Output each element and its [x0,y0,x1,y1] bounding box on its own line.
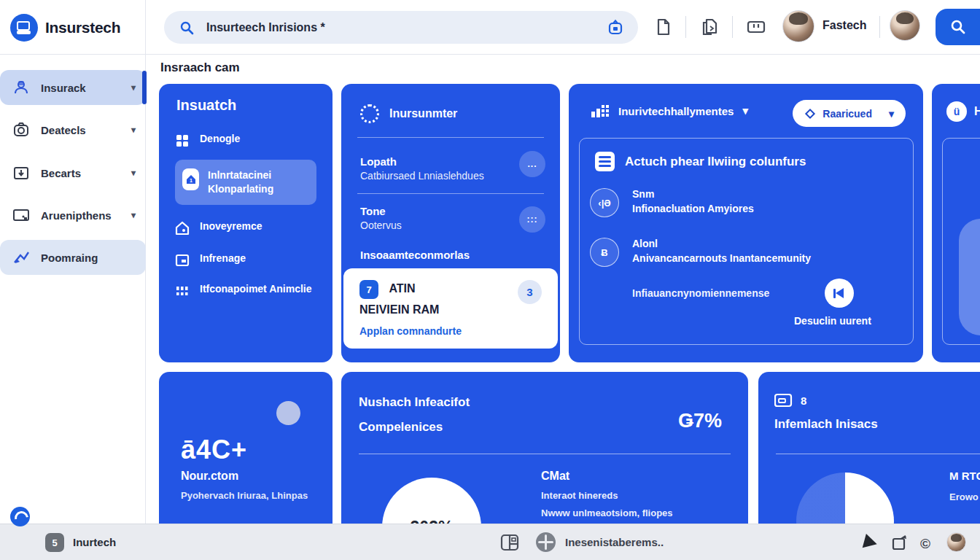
item-title: Snm [632,188,754,200]
gauge-col-title: CMat [541,470,569,483]
user-avatar[interactable] [782,10,814,42]
secondary-avatar[interactable] [890,10,920,41]
search-icon [176,17,198,39]
tasks-card-header: Inursunmter [360,104,457,123]
window-grid-icon[interactable] [499,532,520,553]
sidebar: Insurack ▾ Deatecls ▾ Becarts ▾ Aruenipt… [0,55,146,524]
nav-item-klonparlating[interactable]: 1 Inlnrtatacinei Klonparlating [175,160,316,205]
floating-chat-button[interactable] [10,507,30,526]
sidebar-item-label: Deatecls [41,124,86,136]
document-icon[interactable] [652,16,674,38]
divider [357,137,544,138]
camera-icon [12,120,31,139]
sidebar-item-aruenipthens[interactable]: Aruenipthens ▾ [0,198,146,232]
stat-subtitle: Pyohervach Iriuraa, Lhinpas [181,490,308,501]
chevron-down-icon: ▾ [889,108,894,120]
copyright-icon[interactable]: © [920,536,930,552]
share-window-icon[interactable] [891,534,909,552]
nav-item-label: Itfconapoimet Animclie [200,282,312,296]
download-box-icon [12,163,31,182]
taskbar-app-icon[interactable]: 5 [45,533,64,552]
task-row[interactable]: Tone Ootervus [360,205,402,231]
sidebar-item-deatecls[interactable]: Deatecls ▾ [0,113,146,147]
global-search[interactable] [164,11,638,44]
nav-item-inoveyremce[interactable]: Inoveyremce [174,219,318,237]
edge-card-title: H [974,105,980,118]
task-subtitle: Ootervus [360,219,402,231]
more-button[interactable]: ::: [519,206,545,233]
chevron-down-icon: ▾ [131,82,136,93]
header-search-button[interactable] [936,9,980,45]
nav-card: Insuatch Denogle 1 Inlnrtatacinei Klonpa… [159,84,332,362]
tasks-note: Insoaamteconmorlas [360,249,470,261]
task-title: Lopath [360,155,484,168]
sidebar-item-poomraing[interactable]: Poomraing [0,240,146,275]
edge-inner-box [942,138,980,345]
divider [359,454,731,454]
top-header: Insurstech Fastech [0,0,980,55]
search-lock-icon[interactable] [604,17,626,39]
gauge-title-line2: Compelenices [359,420,443,435]
count-badge: 3 [518,280,542,304]
sidebar-item-becarts[interactable]: Becarts ▾ [0,156,146,190]
nav-item-label: Infrenage [200,252,246,265]
edge-card: ü H [932,84,980,362]
brand-logo[interactable]: Insurstech [0,0,146,55]
mail-icon [774,392,793,408]
nav-item-itfconapoimet[interactable]: Itfconapoimet Animclie [174,282,318,300]
list-icon [595,152,615,171]
footer-title: ATIN [389,282,415,295]
filter-dropdown[interactable]: Raaricued ▾ [793,100,906,127]
copy-file-icon[interactable] [699,16,720,38]
more-button[interactable]: ... [519,151,545,177]
gauge-col-line1: Interaot hinereds [541,490,618,501]
card-icon [174,252,191,269]
status-dot [276,401,300,425]
nav-item-infrenage[interactable]: Infrenage [174,252,318,269]
pie-card-title: Infemlach Inisacs [774,417,878,432]
gauge-percent: Ǥ7% [678,410,722,432]
taskbar-status-text: Inesenistaberems.. [565,536,664,548]
pie-legend-title: M RTO [949,470,980,482]
user-name: Fastech [822,19,866,32]
nav-item-label: Inoveyremce [200,219,262,233]
clock-icon: ü [946,101,967,122]
kanban-board-icon[interactable] [745,16,767,38]
home-icon [174,219,191,237]
image-icon [12,206,31,225]
divider [357,193,544,194]
tasks-card-title: Inursunmter [389,107,457,120]
detail-item[interactable]: Ƀ Alonl Anivancancarnouts Inantancemunit… [590,238,811,267]
detail-card-header[interactable]: Inurivtechhallymentes ▾ [591,103,748,119]
sidebar-item-insurack[interactable]: Insurack ▾ [0,70,146,105]
home-badge-icon: 1 [182,168,199,190]
detail-card-title: Inurivtechhallymentes [618,105,734,117]
stat-value: ā4C+ [181,435,247,465]
header-divider [879,16,880,38]
title-caret-icon: ▾ [742,104,748,117]
item-title: Alonl [632,238,811,249]
detail-note: Infiauancnynomiennemense [632,287,769,299]
tasks-footer-panel[interactable]: 7 ATIN NEIVIEIN RAM Applan comnandurte 3 [343,268,558,349]
nav-item-denogle[interactable]: Denogle [174,132,318,149]
taskbar-avatar[interactable] [946,532,966,552]
filter-label: Raaricued [822,108,872,120]
skip-back-button[interactable] [825,279,854,308]
icon-glyph: ü [954,106,960,117]
header-divider [685,16,686,38]
detail-item[interactable]: ‹|Ə Snm Infionacluation Amyiores [590,188,754,217]
taskbar-app-name: Inurtech [73,536,116,548]
currency-icon: Ƀ [590,238,619,267]
task-row[interactable]: Lopath Catbiursaed Lnniaslehdues [360,155,484,182]
item-subtitle: Anivancancarnouts Inantancemunity [632,252,811,264]
nav-item-label: Inlnrtatacinei Klonparlating [208,168,309,196]
taskbar: 5 Inurtech Inesenistaberems.. © [0,524,980,560]
gauge-col-line2: Nwww unlmeaotsiom, fliopes [541,508,673,518]
nav-item-label: Denogle [200,132,240,146]
edge-card-header: ü H [946,101,980,122]
search-input[interactable] [206,21,596,34]
brand-icon [10,14,38,42]
task-title: Tone [360,205,402,217]
globe-icon[interactable] [536,532,556,552]
footer-link[interactable]: Applan comnandurte [359,325,542,337]
